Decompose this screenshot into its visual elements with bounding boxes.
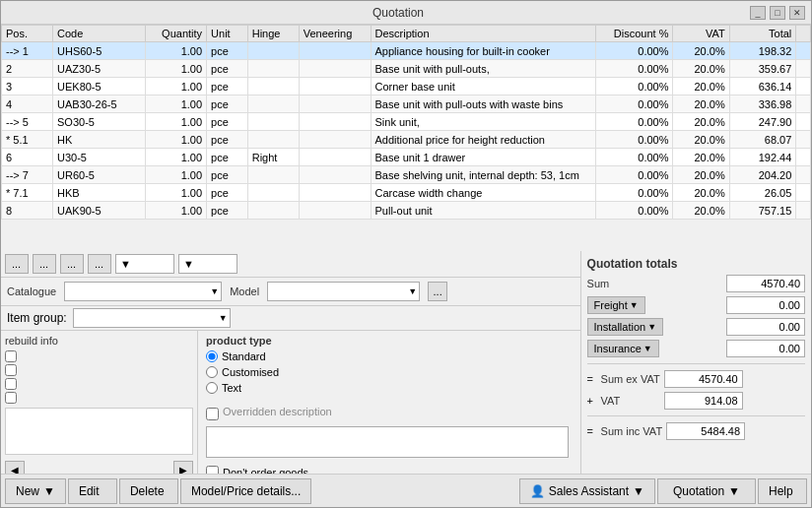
sales-assistant-button[interactable]: 👤 Sales Assistant ▼ — [519, 478, 655, 504]
toolbar-btn-2[interactable]: ... — [33, 254, 56, 274]
radio-customised[interactable] — [206, 366, 218, 378]
table-row[interactable]: 3 UEK80-5 1.00 pce Corner base unit 0.00… — [2, 78, 811, 95]
rebuild-checkbox-1[interactable] — [5, 350, 17, 362]
cell-pad — [796, 166, 811, 184]
cell-qty: 1.00 — [145, 95, 206, 113]
cell-unit: pce — [207, 113, 248, 131]
cat-model-row: Catalogue ▼ Model ▼ ... — [1, 278, 580, 306]
cell-disc: 0.00% — [596, 184, 673, 202]
toolbar-btn-1[interactable]: ... — [5, 254, 29, 274]
cell-pos: 3 — [2, 78, 53, 95]
model-price-button[interactable]: Model/Price details... — [180, 478, 311, 504]
rebuild-prev-button[interactable]: ◀ — [5, 461, 25, 474]
table-row[interactable]: 2 UAZ30-5 1.00 pce Base unit with pull-o… — [2, 60, 811, 78]
table-row[interactable]: * 7.1 HKB 1.00 pce Carcase width change … — [2, 184, 811, 202]
dont-order-label: Don't order goods — [223, 467, 308, 475]
table-row[interactable]: 4 UAB30-26-5 1.00 pce Base unit with pul… — [2, 95, 811, 113]
item-group-dropdown[interactable] — [74, 309, 230, 327]
toolbar-btn-4[interactable]: ... — [88, 254, 111, 274]
person-icon: 👤 — [530, 484, 545, 498]
freight-button[interactable]: Freight ▼ — [587, 296, 645, 314]
table-row[interactable]: --> 7 UR60-5 1.00 pce Base shelving unit… — [2, 166, 811, 184]
cell-unit: pce — [207, 78, 248, 95]
cell-disc: 0.00% — [596, 78, 673, 95]
delete-button[interactable]: Delete — [119, 478, 178, 504]
cell-desc: Pull-out unit — [371, 202, 596, 220]
insurance-button[interactable]: Insurance ▼ — [587, 340, 659, 357]
window-title: Quotation — [46, 6, 750, 20]
table-row[interactable]: --> 1 UHS60-5 1.00 pce Appliance housing… — [2, 42, 811, 60]
toolbar-btn-3[interactable]: ... — [60, 254, 84, 274]
new-button[interactable]: New ▼ — [5, 478, 66, 504]
catalogue-select[interactable]: ▼ — [64, 282, 222, 301]
rebuild-checkbox-row-1 — [5, 350, 193, 362]
model-select[interactable]: ▼ — [267, 282, 420, 301]
totals-separator-2 — [587, 415, 805, 416]
minimize-button[interactable]: _ — [750, 6, 766, 20]
middle-section: ... ... ... ... ▼ ▼ Catalogue — [1, 251, 811, 474]
rebuild-checkbox-2[interactable] — [5, 364, 17, 376]
installation-button[interactable]: Installation ▼ — [587, 318, 664, 336]
table-scroll-area[interactable]: Pos. Code Quantity Unit Hinge Veneering … — [1, 25, 811, 251]
model-price-label: Model/Price details... — [191, 484, 301, 498]
cell-desc: Base unit with pull-outs with waste bins — [371, 95, 596, 113]
item-group-select[interactable]: ▼ — [73, 308, 231, 328]
cell-disc: 0.00% — [596, 166, 673, 184]
right-panel: Quotation totals Sum 4570.40 Freight ▼ 0… — [581, 251, 811, 474]
cell-vat: 20.0% — [673, 202, 729, 220]
cell-code: UHS60-5 — [53, 42, 146, 60]
edit-button[interactable]: Edit — [68, 478, 117, 504]
cell-pad — [796, 184, 811, 202]
cell-pos: --> 1 — [2, 42, 53, 60]
cell-hinge: Right — [247, 149, 299, 166]
dont-order-checkbox[interactable] — [206, 466, 219, 474]
cell-desc: Base shelving unit, internal depth: 53, … — [371, 166, 596, 184]
freight-row: Freight ▼ 0.00 — [587, 296, 805, 314]
cell-code: UR60-5 — [53, 166, 146, 184]
quotation-button[interactable]: Quotation ▼ — [657, 478, 756, 504]
cell-code: HK — [53, 131, 146, 149]
radio-text-label: Text — [222, 382, 241, 394]
radio-text[interactable] — [206, 382, 218, 394]
cell-vat: 20.0% — [673, 166, 729, 184]
installation-value: 0.00 — [726, 318, 805, 336]
overridden-textarea[interactable] — [206, 426, 569, 458]
cell-disc: 0.00% — [596, 60, 673, 78]
table-row[interactable]: 6 U30-5 1.00 pce Right Base unit 1 drawe… — [2, 149, 811, 166]
quotation-table: Pos. Code Quantity Unit Hinge Veneering … — [1, 25, 811, 220]
help-button[interactable]: Help — [758, 478, 807, 504]
cell-qty: 1.00 — [145, 149, 206, 166]
rebuild-checkbox-4[interactable] — [5, 392, 17, 404]
cell-desc: Carcase width change — [371, 184, 596, 202]
cell-code: UAZ30-5 — [53, 60, 146, 78]
sum-value: 4570.40 — [726, 275, 805, 292]
model-dropdown[interactable] — [268, 283, 419, 300]
table-row[interactable]: --> 5 SO30-5 1.00 pce Sink unit, 0.00% 2… — [2, 113, 811, 131]
cell-veneer — [299, 149, 371, 166]
overridden-area: Overridden description — [206, 406, 573, 420]
rebuild-next-button[interactable]: ▶ — [173, 461, 193, 474]
overridden-checkbox[interactable] — [206, 408, 219, 420]
cell-total: 192.44 — [729, 149, 796, 166]
cell-pad — [796, 42, 811, 60]
rebuild-checkbox-3[interactable] — [5, 378, 17, 390]
insurance-label: Insurance — [594, 343, 642, 354]
cell-unit: pce — [207, 131, 248, 149]
close-button[interactable]: ✕ — [789, 6, 805, 20]
table-row[interactable]: 8 UAK90-5 1.00 pce Pull-out unit 0.00% 2… — [2, 202, 811, 220]
sales-assistant-label: Sales Assistant — [549, 484, 629, 498]
maximize-button[interactable]: □ — [770, 6, 785, 20]
cell-qty: 1.00 — [145, 42, 206, 60]
model-ellipsis-button[interactable]: ... — [428, 282, 447, 301]
table-row[interactable]: * 5.1 HK 1.00 pce Additional price for h… — [2, 131, 811, 149]
catalogue-dropdown[interactable] — [65, 283, 221, 300]
cell-desc: Sink unit, — [371, 113, 596, 131]
new-label: New — [16, 484, 39, 498]
installation-row: Installation ▼ 0.00 — [587, 318, 805, 336]
radio-standard[interactable] — [206, 350, 218, 362]
item-group-row: Item group: ▼ — [1, 306, 580, 331]
left-panel: ... ... ... ... ▼ ▼ Catalogue — [1, 251, 581, 474]
cell-unit: pce — [207, 166, 248, 184]
help-label: Help — [769, 484, 793, 498]
cell-qty: 1.00 — [145, 131, 206, 149]
